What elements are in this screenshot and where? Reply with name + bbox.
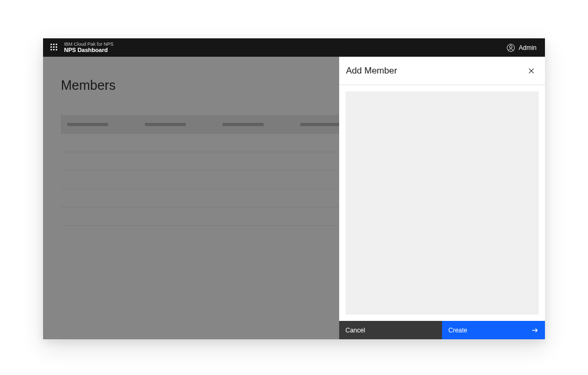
content: Members Add Member — [43, 57, 545, 339]
header-user[interactable]: Admin — [507, 44, 540, 52]
user-avatar-icon — [507, 44, 515, 52]
form-placeholder — [345, 91, 539, 315]
panel-footer: Cancel Create — [339, 321, 545, 339]
app-name: NPS Dashboard — [64, 47, 113, 53]
product-name: IBM Cloud Pak for NPS — [64, 42, 113, 47]
panel-header: Add Member — [339, 57, 545, 85]
app-switcher-icon[interactable] — [50, 44, 59, 52]
panel-body — [339, 85, 545, 321]
panel-title: Add Member — [346, 66, 397, 76]
create-button-label: Create — [448, 327, 467, 334]
arrow-right-icon — [531, 327, 539, 334]
header-titles: IBM Cloud Pak for NPS NPS Dashboard — [64, 42, 113, 54]
global-header: IBM Cloud Pak for NPS NPS Dashboard Admi… — [43, 38, 545, 57]
create-button[interactable]: Create — [442, 321, 545, 339]
user-name: Admin — [519, 44, 537, 51]
app-window: IBM Cloud Pak for NPS NPS Dashboard Admi… — [43, 38, 545, 339]
close-icon — [528, 67, 535, 75]
svg-point-1 — [509, 45, 512, 48]
close-button[interactable] — [524, 64, 539, 78]
cancel-button[interactable]: Cancel — [339, 321, 442, 339]
add-member-panel: Add Member Cancel Create — [339, 57, 545, 339]
